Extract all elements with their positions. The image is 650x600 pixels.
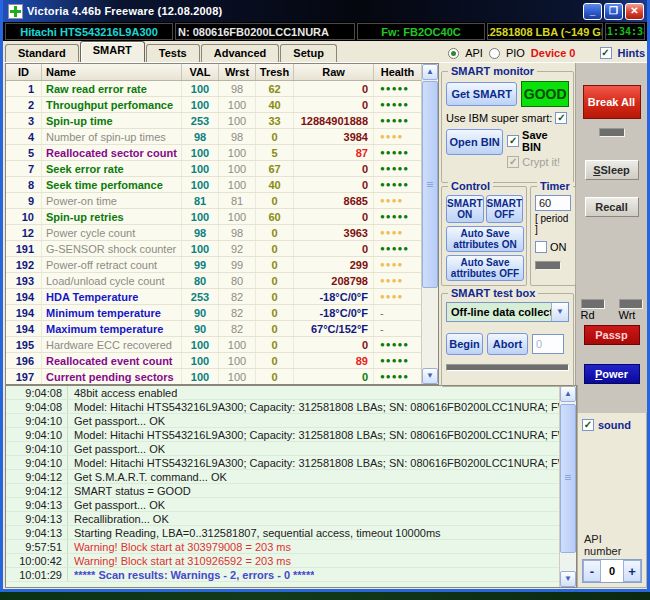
log-row[interactable]: 10:00:42Warning! Block start at 31092659… [6,554,559,568]
ibm-smart-checkbox[interactable]: ✓ [555,112,567,124]
col-health[interactable]: Health [374,64,421,80]
log-message: Model: Hitachi HTS543216L9A300; Capacity… [74,401,559,413]
log-scroll-up-icon[interactable]: ▲ [560,386,576,402]
col-tresh[interactable]: Tresh [256,64,294,80]
minimize-button[interactable]: _ [583,3,602,20]
table-row[interactable]: 194Minimum temperature90820-18°C/0°F- [6,305,421,321]
abort-button[interactable]: Abort [487,333,528,355]
test-counter-input[interactable] [532,334,564,354]
passp-button[interactable]: Passp [584,325,640,345]
test-select[interactable]: Off-line data collect ▼ [446,302,569,322]
log-scrollbar[interactable]: ▲ ▼ [559,386,576,587]
log-row[interactable]: 9:04:13Starting Reading, LBA=0..31258180… [6,526,559,540]
app-icon [8,4,23,19]
log-row[interactable]: 9:04:10Model: Hitachi HTS543216L9A300; C… [6,428,559,442]
api-radio[interactable] [448,48,459,59]
autosave-on-button[interactable]: Auto Save attributes ON [446,226,524,252]
table-cell: ●●●● [374,193,421,208]
table-row[interactable]: 3Spin-up time2531003312884901888●●●●● [6,113,421,129]
timer-input[interactable] [535,195,571,211]
table-row[interactable]: 192Power-off retract count99990299●●●● [6,257,421,273]
autosave-off-button[interactable]: Auto Save attributes OFF [446,255,524,281]
log-row[interactable]: 9:04:0848bit access enabled [6,386,559,400]
tab-advanced[interactable]: Advanced [201,44,280,62]
crypt-checkbox[interactable]: ✓ [507,156,519,168]
table-row[interactable]: 195Hardware ECC recovered10010000●●●●● [6,337,421,353]
table-cell: Spin-up time [42,113,182,128]
log-scroll-thumb[interactable] [560,404,576,553]
table-cell: 100 [219,369,256,384]
smart-testbox-group: SMART test box Off-line data collect ▼ B… [441,293,574,387]
table-row[interactable]: 193Load/unload cycle count80800208798●●●… [6,273,421,289]
timer-on-checkbox[interactable]: ✓ [535,241,547,253]
log-row[interactable]: 9:04:10Model: Hitachi HTS543216L9A300; C… [6,456,559,470]
col-wrst[interactable]: Wrst [219,64,256,80]
log-message: Starting Reading, LBA=0..312581807, sequ… [74,527,441,539]
begin-button[interactable]: Begin [446,333,483,355]
get-smart-button[interactable]: Get SMART [446,82,517,106]
log-row[interactable]: 9:57:51Warning! Block start at 303979008… [6,540,559,554]
log-message: Get passport... OK [74,415,165,427]
scroll-thumb[interactable] [422,81,438,288]
break-all-button[interactable]: Break All [583,85,641,119]
col-id[interactable]: ID [6,64,42,80]
log-row[interactable]: 9:04:12SMART status = GOOD [6,484,559,498]
scroll-down-icon[interactable]: ▼ [422,368,438,384]
log-row[interactable]: 9:04:08Model: Hitachi HTS543216L9A300; C… [6,400,559,414]
table-row[interactable]: 9Power-on time818108685●●●● [6,193,421,209]
pio-radio[interactable] [489,48,500,59]
power-button[interactable]: Power [584,364,640,384]
table-row[interactable]: 7Seek error rate100100670●●●●● [6,161,421,177]
close-button[interactable]: ✕ [625,3,644,20]
save-bin-checkbox[interactable]: ✓ [507,135,519,147]
table-row[interactable]: 1Raw read error rate10098620●●●●● [6,81,421,97]
power-label: ower [602,368,628,380]
sound-checkbox[interactable]: ✓ [582,419,594,431]
table-row[interactable]: 12Power cycle count989803963●●●● [6,225,421,241]
dropdown-arrow-icon[interactable]: ▼ [551,303,568,321]
tab-setup[interactable]: Setup [280,44,337,62]
table-cell: 100 [219,161,256,176]
table-row[interactable]: 10Spin-up retries100100600●●●●● [6,209,421,225]
table-row[interactable]: 194HDA Temperature253820-18°C/0°F●●●● [6,289,421,305]
log-row[interactable]: 9:04:10Get passport... OK [6,442,559,456]
tab-smart[interactable]: SMART [80,41,145,62]
table-cell: 193 [6,273,42,288]
maximize-button[interactable]: ❐ [604,3,623,20]
col-raw[interactable]: Raw [294,64,374,80]
table-row[interactable]: 197Current pending sectors10010000●●●●● [6,369,421,384]
table-row[interactable]: 2Throughput perfomance100100400●●●●● [6,97,421,113]
tab-standard[interactable]: Standard [5,44,79,62]
log-row[interactable]: 9:04:10Get passport... OK [6,414,559,428]
tab-tests[interactable]: Tests [146,44,200,62]
log-row[interactable]: 9:04:13Recallibration... OK [6,512,559,526]
api-plus-button[interactable]: + [623,560,641,582]
table-row[interactable]: 8Seek time perfomance100100400●●●●● [6,177,421,193]
table-cell: 100 [182,369,219,384]
col-name[interactable]: Name [42,64,182,80]
table-cell: 3963 [294,225,374,240]
api-minus-button[interactable]: - [583,560,601,582]
col-val[interactable]: VAL [182,64,219,80]
smart-off-button[interactable]: SMART OFF [486,195,524,223]
table-row[interactable]: 194Maximum temperature9082067°C/152°F- [6,321,421,337]
table-cell: ●●●●● [374,81,421,96]
smart-on-button[interactable]: SMART ON [446,195,484,223]
table-row[interactable]: 5Reallocated sector count100100587●●●●● [6,145,421,161]
log-scroll-down-icon[interactable]: ▼ [560,571,576,587]
timer-indicator [535,261,561,270]
log-row[interactable]: 10:01:29***** Scan results: Warnings - 2… [6,568,559,582]
table-cell: -18°C/0°F [294,289,374,304]
log-row[interactable]: 9:04:13Get passport... OK [6,498,559,512]
table-row[interactable]: 191G-SENSOR shock counter1009200●●●●● [6,241,421,257]
table-cell: 100 [219,209,256,224]
recall-button[interactable]: Recall [585,197,639,217]
table-row[interactable]: 196Reallocated event count100100089●●●●● [6,353,421,369]
hints-checkbox[interactable]: ✓ [600,47,612,59]
scroll-up-icon[interactable]: ▲ [422,64,438,80]
log-row[interactable]: 9:04:12Get S.M.A.R.T. command... OK [6,470,559,484]
table-row[interactable]: 4Number of spin-up times989803984●●●● [6,129,421,145]
open-bin-button[interactable]: Open BIN [446,129,503,155]
sleep-button[interactable]: SSleep [585,160,639,180]
table-scrollbar[interactable]: ▲ ▼ [421,64,438,384]
